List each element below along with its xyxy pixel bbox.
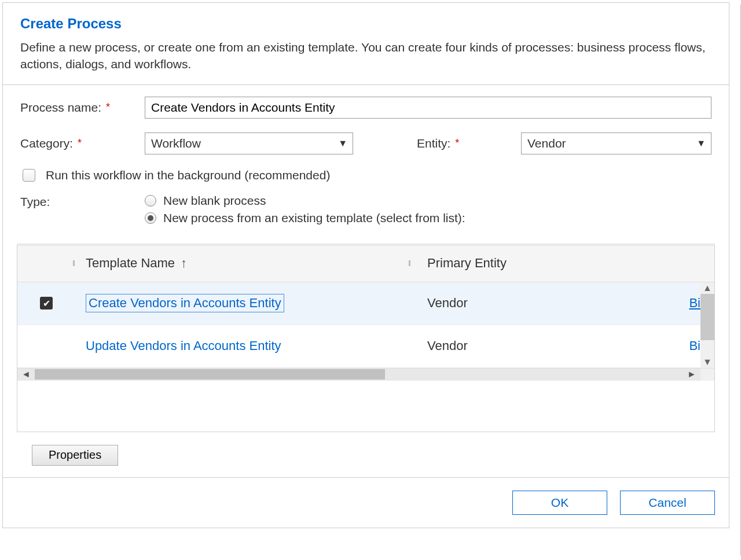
hscroll-thumb[interactable] (35, 369, 385, 380)
vertical-scrollbar[interactable]: ▲ ▼ (700, 282, 714, 368)
row-entity: Vendor (411, 338, 666, 353)
required-asterisk: * (455, 137, 459, 149)
create-process-dialog: Create Process Define a new process, or … (2, 2, 729, 528)
template-grid: Template Name ↑ Primary Entity ✔ (17, 245, 715, 432)
col-header-template-name[interactable]: Template Name ↑ (75, 256, 411, 271)
radio-label: New process from an existing template (s… (163, 211, 465, 225)
table-row[interactable]: Update Vendors in Accounts Entity Vendor… (17, 325, 714, 368)
template-link[interactable]: Update Vendors in Accounts Entity (86, 338, 281, 353)
entity-select[interactable]: Vendor ▼ (521, 132, 711, 154)
row-background: Run this workflow in the background (rec… (20, 168, 711, 182)
background-checkbox[interactable] (23, 169, 35, 182)
table-row[interactable]: ✔ Create Vendors in Accounts Entity Vend… (17, 282, 714, 325)
dialog-header: Create Process Define a new process, or … (3, 3, 729, 84)
sort-ascending-icon: ↑ (181, 256, 187, 271)
ok-button[interactable]: OK (512, 491, 607, 515)
row-extra-link[interactable]: Bi (689, 338, 700, 353)
scroll-down-icon[interactable]: ▼ (700, 356, 714, 368)
template-link[interactable]: Create Vendors in Accounts Entity (86, 294, 284, 312)
scroll-up-icon[interactable]: ▲ (700, 282, 714, 294)
row-checkbox[interactable]: ✔ (40, 297, 53, 310)
col-header-primary-entity[interactable]: Primary Entity (411, 256, 680, 271)
row-entity: Vendor (411, 296, 666, 311)
row-category-entity: Category: * Workflow ▼ Entity: * Vendor … (20, 132, 711, 154)
entity-label: Entity: * (417, 137, 521, 150)
scroll-thumb[interactable] (700, 294, 714, 340)
category-select[interactable]: Workflow ▼ (145, 132, 353, 154)
dialog-footer: OK Cancel (3, 477, 729, 528)
radio-icon (145, 212, 156, 224)
radio-blank-process[interactable]: New blank process (145, 194, 465, 208)
cancel-button[interactable]: Cancel (620, 491, 715, 515)
radio-template-process[interactable]: New process from an existing template (s… (145, 211, 465, 225)
scroll-right-icon[interactable]: ► (683, 369, 700, 380)
properties-button[interactable]: Properties (32, 445, 118, 466)
row-type: Type: New blank process New process from… (20, 194, 711, 225)
process-name-label: Process name: * (20, 101, 145, 115)
radio-label: New blank process (163, 194, 266, 208)
dialog-description: Define a new process, or create one from… (20, 39, 711, 73)
row-extra-link[interactable]: Bi (689, 296, 700, 310)
category-label: Category: * (20, 137, 145, 150)
grid-header: Template Name ↑ Primary Entity (17, 245, 714, 282)
row-process-name: Process name: * (20, 97, 711, 119)
background-label: Run this workflow in the background (rec… (46, 168, 330, 182)
entity-value: Vendor (521, 132, 711, 154)
type-radio-group: New blank process New process from an ex… (145, 194, 465, 225)
required-asterisk: * (106, 101, 110, 113)
dialog-title: Create Process (20, 16, 711, 32)
type-label: Type: (20, 194, 145, 209)
hscroll-track[interactable] (35, 369, 683, 380)
horizontal-scrollbar[interactable]: ◄ ► (17, 368, 714, 381)
category-value: Workflow (145, 132, 353, 154)
template-grid-section: Template Name ↑ Primary Entity ✔ (17, 244, 715, 477)
process-name-input[interactable] (145, 97, 711, 119)
grid-body: ✔ Create Vendors in Accounts Entity Vend… (17, 282, 714, 368)
radio-icon (145, 195, 156, 207)
scroll-left-icon[interactable]: ◄ (17, 369, 35, 380)
form: Process name: * Category: * Workflow ▼ E… (3, 85, 729, 232)
required-asterisk: * (78, 137, 82, 149)
row-checkbox[interactable] (40, 340, 53, 352)
